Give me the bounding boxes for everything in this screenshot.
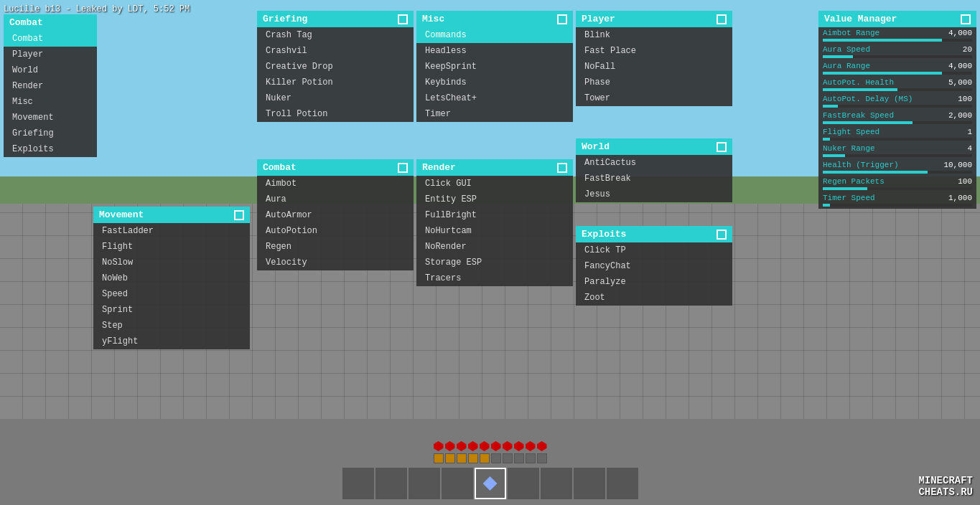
hotbar-slot[interactable] [541,468,572,499]
item-troll-potion[interactable]: Troll Potion [257,106,414,122]
value-bar-wrap[interactable] [818,204,976,209]
item-velocity[interactable]: Velocity [257,255,414,270]
menu-item-exploits[interactable]: Exploits [4,141,97,157]
item-paralyze[interactable]: Paralyze [576,274,732,290]
value-bar-wrap[interactable] [818,171,976,176]
item-keybinds[interactable]: Keybinds [416,75,573,90]
item-click-tp[interactable]: Click TP [576,242,732,258]
hotbar-slot[interactable] [409,468,440,499]
value-bar-wrap[interactable] [818,138,976,143]
value-bar-wrap[interactable] [818,154,976,159]
toggle-checkbox[interactable] [557,14,567,24]
item-fastladder[interactable]: FastLadder [93,223,250,239]
item-anticactus[interactable]: AntiCactus [576,155,732,171]
toggle-checkbox[interactable] [398,163,408,173]
item-jesus[interactable]: Jesus [576,187,732,202]
item-fastbreak[interactable]: FastBreak [576,171,732,187]
item-noweb[interactable]: NoWeb [93,270,250,286]
item-speed[interactable]: Speed [93,286,250,302]
hotbar-slot[interactable] [574,468,605,499]
toggle-checkbox[interactable] [717,142,727,152]
heart-icon [457,441,467,451]
value-bar-wrap[interactable] [818,39,976,44]
armor-piece [457,453,467,463]
hotbar-slot[interactable] [475,468,506,499]
value-bar-wrap[interactable] [818,55,976,60]
armor-piece [434,453,444,463]
item-entity-esp[interactable]: Entity ESP [416,192,573,207]
menu-item-player[interactable]: Player [4,47,97,62]
item-fast-place[interactable]: Fast Place [576,43,732,59]
item-storage-esp[interactable]: Storage ESP [416,255,573,270]
value-bar-bg [823,154,972,157]
item-crashvil[interactable]: Crashvil [257,43,414,59]
hotbar-slot[interactable] [342,468,374,499]
item-letscheat-[interactable]: LetsCheat+ [416,90,573,106]
hotbar-slot[interactable] [508,468,539,499]
menu-item-combat[interactable]: Combat [4,31,97,47]
item-fullbright[interactable]: FullBright [416,207,573,223]
toggle-checkbox[interactable] [717,230,727,240]
item-autopotion[interactable]: AutoPotion [257,223,414,239]
value-bar-wrap[interactable] [818,72,976,77]
item-nofall[interactable]: NoFall [576,59,732,75]
item-flight[interactable]: Flight [93,239,250,255]
hotbar-slot[interactable] [442,468,473,499]
value-label: Aura Speed [823,45,941,54]
panel-title: Exploits [582,229,626,240]
item-keepsprint[interactable]: KeepSprint [416,59,573,75]
menu-item-misc[interactable]: Misc [4,94,97,110]
hotbar-slot[interactable] [375,468,407,499]
heart-icon [468,441,478,451]
item-fancychat[interactable]: FancyChat [576,258,732,274]
toggle-checkbox[interactable] [234,210,244,220]
item-click-gui[interactable]: Click GUI [416,176,573,192]
value-bar-bg [823,171,972,174]
toggle-checkbox[interactable] [398,14,408,24]
item-tracers[interactable]: Tracers [416,270,573,286]
item-norender[interactable]: NoRender [416,239,573,255]
value-bar-bg [823,187,972,190]
toggle-checkbox[interactable] [717,14,727,24]
item-phase[interactable]: Phase [576,75,732,90]
value-bar-wrap[interactable] [818,88,976,93]
menu-item-movement[interactable]: Movement [4,110,97,126]
value-bar-fill [823,154,845,157]
item-autoarmor[interactable]: AutoArmor [257,207,414,223]
menu-item-render[interactable]: Render [4,78,97,94]
item-nohurtcam[interactable]: NoHurtcam [416,223,573,239]
item-creative-drop[interactable]: Creative Drop [257,59,414,75]
item-sprint[interactable]: Sprint [93,302,250,318]
movement-header: Movement [93,207,250,223]
item-nuker[interactable]: Nuker [257,90,414,106]
item-aura[interactable]: Aura [257,192,414,207]
item-killer-potion[interactable]: Killer Potion [257,75,414,90]
value-manager-toggle[interactable] [961,14,971,24]
item-zoot[interactable]: Zoot [576,290,732,306]
value-label: Aura Range [823,62,941,70]
value-label: Nuker Range [823,144,941,153]
item-blink[interactable]: Blink [576,27,732,43]
value-row: Aimbot Range4,000 [818,27,976,39]
item-tower[interactable]: Tower [576,90,732,106]
menu-item-world[interactable]: World [4,62,97,78]
item-headless[interactable]: Headless [416,43,573,59]
item-crash-tag[interactable]: Crash Tag [257,27,414,43]
value-label: Health (Trigger) [823,161,941,169]
hud [0,419,980,505]
value-bar-wrap[interactable] [818,187,976,192]
value-bar-wrap[interactable] [818,121,976,126]
hotbar-slot[interactable] [607,468,638,499]
item-regen[interactable]: Regen [257,239,414,255]
item-timer[interactable]: Timer [416,106,573,122]
item-commands[interactable]: Commands [416,27,573,43]
value-number: 20 [943,45,972,54]
item-step[interactable]: Step [93,318,250,334]
item-noslow[interactable]: NoSlow [93,255,250,270]
toggle-checkbox[interactable] [557,163,567,173]
value-bar-fill [823,72,942,75]
menu-item-griefing[interactable]: Griefing [4,126,97,141]
item-yflight[interactable]: yFlight [93,334,250,349]
value-bar-wrap[interactable] [818,105,976,110]
item-aimbot[interactable]: Aimbot [257,176,414,192]
